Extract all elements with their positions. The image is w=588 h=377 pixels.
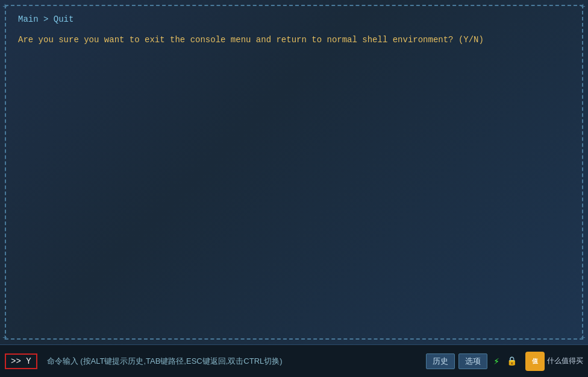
history-button[interactable]: 历史 bbox=[426, 353, 455, 369]
lock-icon: 🔒 bbox=[507, 356, 517, 366]
prompt-text: >> Y bbox=[11, 356, 31, 366]
status-hint: 命令输入 (按ALT键提示历史,TAB键路径,ESC键返回,双击CTRL切换) bbox=[47, 356, 427, 367]
options-button[interactable]: 选项 bbox=[458, 353, 487, 369]
prompt-box[interactable]: >> Y bbox=[5, 353, 37, 369]
right-buttons: 历史 选项 ⚡ 🔒 值 什么值得买 bbox=[426, 352, 583, 371]
terminal-content: Main > Quit Are you sure you want to exi… bbox=[12, 10, 576, 335]
breadcrumb: Main > Quit bbox=[18, 14, 570, 24]
lightning-icon: ⚡ bbox=[493, 355, 499, 367]
watermark-text: 什么值得买 bbox=[547, 356, 583, 366]
confirmation-text: Are you sure you want to exit the consol… bbox=[18, 34, 570, 46]
watermark-area: 值 什么值得买 bbox=[525, 352, 583, 371]
terminal-window: + + + + Main > Quit Are you sure you wan… bbox=[0, 0, 588, 344]
watermark-badge: 值 bbox=[525, 352, 545, 371]
status-bar: >> Y 命令输入 (按ALT键提示历史,TAB键路径,ESC键返回,双击CTR… bbox=[0, 344, 588, 377]
